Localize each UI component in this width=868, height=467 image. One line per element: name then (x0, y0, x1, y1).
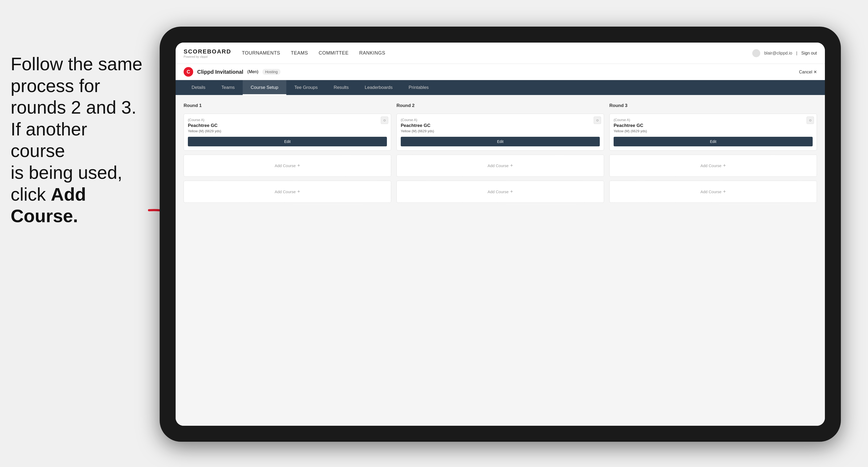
hosting-badge: Hosting (262, 69, 280, 75)
top-navigation: SCOREBOARD Powered by clippd TOURNAMENTS… (176, 42, 825, 64)
round-2-add-course-2-label: Add Course (488, 189, 508, 194)
nav-right: blair@clippd.io | Sign out (752, 49, 817, 57)
tournament-name: Clippd Invitational (197, 69, 243, 75)
round-3-add-course-1-plus: + (723, 163, 726, 168)
round-1-add-course-1-plus: + (297, 163, 300, 168)
round-2-course-details: Yellow (M) (6629 yds) (401, 129, 600, 133)
round-1-edit-button[interactable]: Edit (188, 137, 387, 146)
nav-committee[interactable]: COMMITTEE (319, 49, 349, 57)
cancel-button[interactable]: Cancel ✕ (799, 70, 817, 74)
tournament-type: (Men) (247, 69, 258, 74)
instruction-panel: Follow the same process for rounds 2 and… (0, 42, 154, 238)
round-3-add-course-1-label: Add Course (700, 163, 721, 168)
instruction-line5: is being used, (11, 162, 122, 183)
tab-bar: Details Teams Course Setup Tee Groups Re… (176, 80, 825, 95)
round-2-course-name: Peachtree GC (401, 123, 600, 128)
round-1-add-course-2-label: Add Course (275, 189, 296, 194)
tab-leaderboards[interactable]: Leaderboards (357, 80, 401, 95)
user-avatar (752, 49, 760, 57)
tab-teams[interactable]: Teams (213, 80, 243, 95)
logo-area: SCOREBOARD Powered by clippd (184, 48, 231, 58)
round-2-add-course-2-plus: + (510, 189, 513, 194)
round-2-add-course-2[interactable]: Add Course + (397, 181, 604, 203)
round-3-add-course-2-plus: + (723, 189, 726, 194)
nav-tournaments[interactable]: TOURNAMENTS (242, 49, 280, 57)
round-1-course-details: Yellow (M) (6629 yds) (188, 129, 387, 133)
tournament-info: C Clippd Invitational (Men) Hosting (184, 67, 280, 76)
round-3-delete-button[interactable]: ○ (807, 117, 814, 124)
instruction-line1: Follow the same (11, 54, 142, 74)
round-1-label: Round 1 (184, 103, 391, 108)
instruction-add-course-bold: Add Course. (11, 184, 86, 226)
nav-rankings[interactable]: RANKINGS (359, 49, 385, 57)
round-1-add-course-2-plus: + (297, 189, 300, 194)
round-3-add-course-2-label: Add Course (700, 189, 721, 194)
tab-printables[interactable]: Printables (401, 80, 437, 95)
nav-teams[interactable]: TEAMS (291, 49, 308, 57)
round-3-course-label: (Course A) (614, 118, 813, 122)
round-2-course-card: ○ (Course A) Peachtree GC Yellow (M) (66… (397, 114, 604, 151)
round-2-add-course-1[interactable]: Add Course + (397, 155, 604, 177)
round-1-add-course-2[interactable]: Add Course + (184, 181, 391, 203)
scoreboard-logo: SCOREBOARD (184, 48, 231, 55)
instruction-line2: process for (11, 75, 100, 96)
tablet-device: SCOREBOARD Powered by clippd TOURNAMENTS… (160, 27, 841, 442)
cancel-area: Cancel ✕ (799, 69, 817, 74)
round-1-add-course-1[interactable]: Add Course + (184, 155, 391, 177)
tab-tee-groups[interactable]: Tee Groups (286, 80, 326, 95)
instruction-line6: click Add Course. (11, 184, 86, 226)
round-1-course-name: Peachtree GC (188, 123, 387, 128)
round-3-course-card: ○ (Course A) Peachtree GC Yellow (M) (66… (609, 114, 817, 151)
round-3-course-name: Peachtree GC (614, 123, 813, 128)
tablet-screen: SCOREBOARD Powered by clippd TOURNAMENTS… (176, 42, 825, 426)
round-1-course-card: ○ (Course A) Peachtree GC Yellow (M) (66… (184, 114, 391, 151)
instruction-line4: If another course (11, 119, 87, 161)
round-2-add-course-1-plus: + (510, 163, 513, 168)
round-3-edit-button[interactable]: Edit (614, 137, 813, 146)
round-2-add-course-1-label: Add Course (488, 163, 508, 168)
nav-links: TOURNAMENTS TEAMS COMMITTEE RANKINGS (242, 49, 752, 57)
round-3-add-course-2[interactable]: Add Course + (609, 181, 817, 203)
round-2-edit-button[interactable]: Edit (401, 137, 600, 146)
round-3-label: Round 3 (609, 103, 817, 108)
powered-by-text: Powered by clippd (184, 55, 231, 58)
rounds-grid: Round 1 ○ (Course A) Peachtree GC Yellow… (184, 103, 817, 203)
brand-logo: C (184, 67, 193, 76)
round-1-section: Round 1 ○ (Course A) Peachtree GC Yellow… (184, 103, 391, 203)
round-2-label: Round 2 (397, 103, 604, 108)
round-2-section: Round 2 ○ (Course A) Peachtree GC Yellow… (397, 103, 604, 203)
tab-details[interactable]: Details (184, 80, 213, 95)
round-1-add-course-1-label: Add Course (275, 163, 296, 168)
main-content: Round 1 ○ (Course A) Peachtree GC Yellow… (176, 95, 825, 426)
round-3-course-details: Yellow (M) (6629 yds) (614, 129, 813, 133)
round-2-delete-button[interactable]: ○ (594, 117, 601, 124)
round-3-section: Round 3 ○ (Course A) Peachtree GC Yellow… (609, 103, 817, 203)
tab-results[interactable]: Results (326, 80, 357, 95)
round-3-add-course-1[interactable]: Add Course + (609, 155, 817, 177)
round-2-course-label: (Course A) (401, 118, 600, 122)
sign-out-link[interactable]: Sign out (801, 51, 817, 56)
round-1-delete-button[interactable]: ○ (381, 117, 388, 124)
nav-separator: | (796, 51, 797, 56)
round-1-course-label: (Course A) (188, 118, 387, 122)
sub-header: C Clippd Invitational (Men) Hosting Canc… (176, 64, 825, 80)
instruction-line3: rounds 2 and 3. (11, 97, 136, 117)
tab-course-setup[interactable]: Course Setup (243, 80, 286, 95)
user-email: blair@clippd.io (764, 51, 792, 56)
